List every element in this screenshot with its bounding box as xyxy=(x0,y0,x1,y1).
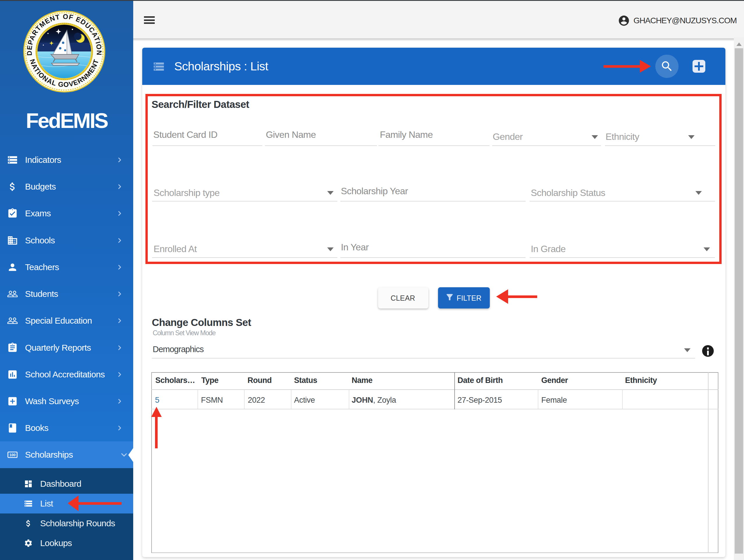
svg-text:100: 100 xyxy=(9,453,15,457)
